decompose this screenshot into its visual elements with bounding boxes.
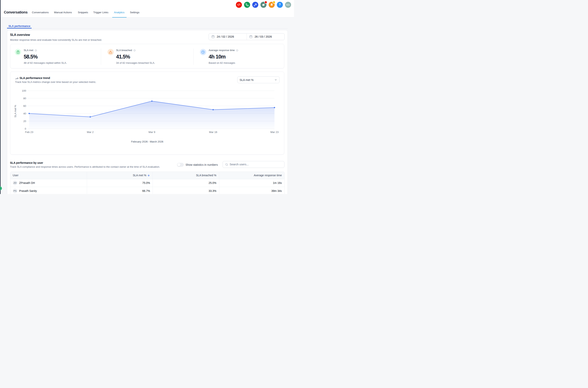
svg-text:Mar 23: Mar 23 [270, 131, 279, 134]
svg-text:SLA met %: SLA met % [14, 105, 17, 117]
svg-text:60: 60 [24, 104, 26, 107]
svg-text:Feb 23: Feb 23 [25, 131, 33, 134]
svg-text:0: 0 [25, 127, 26, 130]
svg-text:20: 20 [24, 120, 26, 123]
svg-text:40: 40 [24, 112, 26, 115]
svg-text:Mar 9: Mar 9 [149, 131, 155, 134]
svg-text:100: 100 [22, 89, 26, 92]
svg-text:80: 80 [24, 97, 26, 100]
svg-text:Mar 2: Mar 2 [87, 131, 94, 134]
svg-text:Mar 16: Mar 16 [209, 131, 217, 134]
